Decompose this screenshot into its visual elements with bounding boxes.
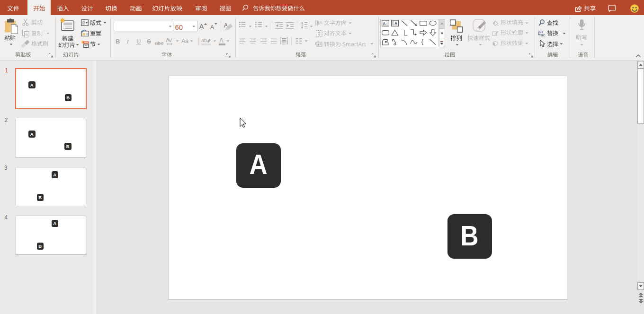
svg-text:A: A bbox=[320, 20, 322, 25]
svg-text:ac: ac bbox=[541, 32, 546, 37]
svg-text:A: A bbox=[394, 21, 397, 26]
